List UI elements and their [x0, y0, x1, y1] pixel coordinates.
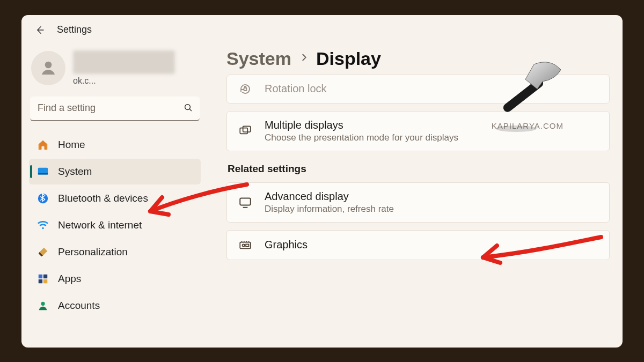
display-icon — [238, 195, 253, 209]
sidebar-item-label: Bluetooth & devices — [58, 193, 148, 204]
svg-point-0 — [45, 61, 52, 68]
avatar — [31, 51, 65, 85]
bluetooth-icon — [36, 192, 49, 205]
setting-multiple-displays[interactable]: Multiple displays Choose the presentatio… — [226, 111, 610, 151]
svg-point-4 — [38, 193, 48, 203]
search-icon — [184, 103, 193, 115]
accounts-icon — [36, 299, 49, 312]
sidebar-item-personalization[interactable]: Personalization — [29, 239, 201, 265]
apps-icon — [36, 272, 49, 285]
watermark-text: KAPILARYA.COM — [492, 121, 564, 130]
back-button[interactable] — [32, 23, 47, 38]
setting-title: Multiple displays — [265, 119, 458, 131]
sidebar-item-label: System — [58, 166, 92, 178]
chevron-right-icon — [299, 53, 309, 64]
main-panel: System Display Rotation lock — [208, 41, 623, 348]
graphics-icon — [238, 238, 253, 252]
rotation-lock-icon — [238, 83, 253, 95]
profile-name-redacted — [73, 50, 175, 74]
svg-rect-6 — [43, 274, 47, 278]
breadcrumb-current: Display — [316, 48, 381, 69]
home-icon — [36, 138, 49, 151]
sidebar-item-accounts[interactable]: Accounts — [29, 293, 201, 319]
profile-email: ok.c... — [73, 76, 199, 86]
wifi-icon — [36, 219, 49, 232]
settings-window: Settings ok.c... — [21, 15, 623, 348]
sidebar-item-system[interactable]: System — [29, 159, 201, 184]
setting-subtitle: Choose the presentation mode for your di… — [265, 132, 458, 143]
svg-point-9 — [41, 301, 45, 305]
sidebar-item-label: Apps — [58, 273, 81, 285]
setting-rotation-lock[interactable]: Rotation lock — [226, 75, 610, 104]
sidebar-item-apps[interactable]: Apps — [29, 266, 201, 292]
svg-point-15 — [243, 244, 245, 246]
svg-rect-12 — [243, 126, 251, 132]
titlebar: Settings — [21, 15, 623, 41]
svg-rect-13 — [240, 198, 251, 205]
profile-text: ok.c... — [73, 50, 199, 86]
sidebar: ok.c... Home — [21, 41, 208, 348]
setting-advanced-display[interactable]: Advanced display Display information, re… — [226, 182, 610, 223]
svg-rect-8 — [43, 279, 47, 283]
paintbrush-icon — [36, 246, 49, 258]
svg-rect-5 — [39, 274, 42, 278]
setting-title: Rotation lock — [265, 83, 327, 95]
sidebar-item-home[interactable]: Home — [29, 132, 201, 158]
sidebar-item-label: Home — [58, 139, 85, 151]
multiple-displays-icon — [238, 124, 253, 138]
breadcrumb-parent[interactable]: System — [226, 48, 291, 69]
svg-rect-16 — [246, 244, 248, 246]
svg-rect-7 — [39, 279, 42, 283]
sidebar-item-label: Accounts — [58, 300, 100, 312]
setting-title: Graphics — [265, 239, 308, 251]
sidebar-item-bluetooth[interactable]: Bluetooth & devices — [29, 186, 201, 211]
back-arrow-icon — [34, 25, 45, 35]
profile-block[interactable]: ok.c... — [29, 46, 201, 95]
svg-rect-11 — [240, 128, 247, 134]
person-icon — [39, 58, 58, 78]
setting-subtitle: Display information, refresh rate — [265, 204, 394, 215]
search-input[interactable] — [30, 97, 200, 121]
svg-rect-3 — [38, 173, 48, 174]
setting-title: Advanced display — [265, 190, 394, 203]
sidebar-item-label: Personalization — [58, 246, 128, 258]
sidebar-item-network[interactable]: Network & internet — [29, 212, 201, 238]
search-wrap — [30, 97, 200, 121]
system-icon — [36, 165, 49, 178]
window-title: Settings — [57, 24, 92, 35]
nav-list: Home System Bluetooth & devices — [29, 132, 201, 319]
section-related-settings: Related settings — [228, 163, 610, 175]
sidebar-item-label: Network & internet — [58, 219, 142, 231]
setting-graphics[interactable]: Graphics — [226, 230, 610, 260]
breadcrumb: System Display — [226, 48, 610, 69]
svg-point-1 — [185, 104, 191, 109]
svg-rect-10 — [244, 88, 247, 91]
